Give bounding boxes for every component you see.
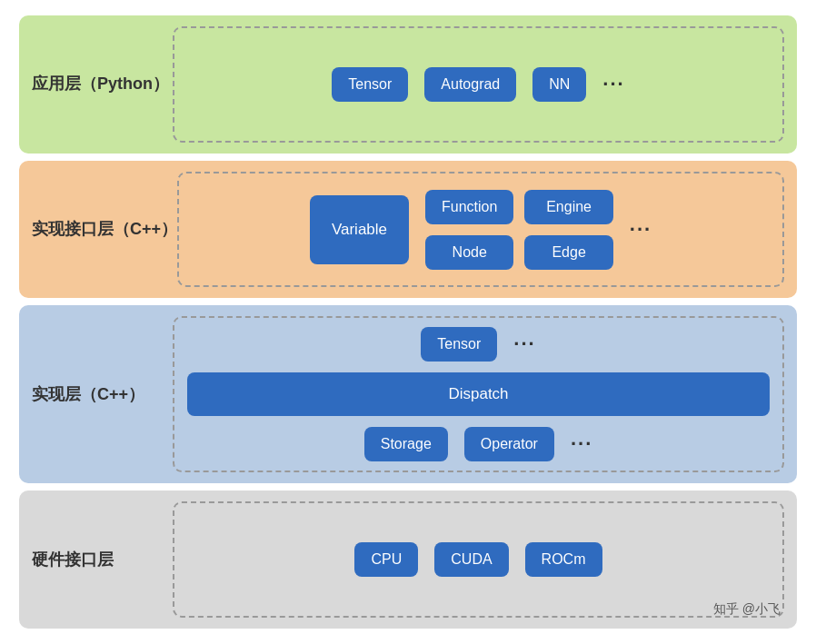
- btn-operator: Operator: [464, 427, 554, 461]
- interface-grid: Function Engine Node Edge: [425, 190, 613, 270]
- layer-app-label: 应用层（Python）: [32, 73, 173, 95]
- layer-hw-label: 硬件接口层: [32, 549, 173, 571]
- btn-cuda: CUDA: [434, 542, 508, 577]
- layer-hw: 硬件接口层 CPU CUDA ROCm 知乎 @小飞: [19, 490, 797, 629]
- layer-interface-label: 实现接口层（C++）: [32, 218, 177, 241]
- layer-interface: 实现接口层（C++） Variable Function Engine Node…: [19, 161, 797, 299]
- impl-bottom-dots: ···: [571, 432, 592, 456]
- impl-dispatch-row: Dispatch: [187, 372, 770, 416]
- btn-storage: Storage: [364, 427, 448, 461]
- btn-rocm: ROCm: [525, 542, 602, 577]
- btn-variable: Variable: [310, 195, 409, 264]
- impl-top-dots: ···: [513, 332, 535, 356]
- interface-dots: ···: [630, 218, 652, 242]
- btn-cpu: CPU: [354, 542, 418, 577]
- btn-autograd: Autograd: [424, 67, 516, 102]
- btn-edge: Edge: [524, 235, 612, 270]
- hw-inner-content: CPU CUDA ROCm: [354, 542, 602, 577]
- btn-node: Node: [425, 235, 513, 270]
- watermark: 知乎 @小飞: [713, 601, 781, 618]
- btn-dispatch: Dispatch: [187, 372, 770, 416]
- layer-impl: 实现层（C++） Tensor ··· Dispatch Storage Ope…: [19, 305, 797, 483]
- layer-interface-inner: Variable Function Engine Node Edge ···: [177, 172, 784, 288]
- btn-tensor: Tensor: [332, 67, 408, 102]
- impl-top-row: Tensor ···: [187, 327, 770, 362]
- btn-nn: NN: [532, 67, 586, 102]
- diagram: 应用层（Python） Tensor Autograd NN ··· 实现接口层…: [8, 6, 808, 638]
- layer-hw-inner: CPU CUDA ROCm: [173, 501, 784, 618]
- btn-function: Function: [425, 190, 513, 224]
- impl-inner-content: Tensor ··· Dispatch Storage Operator ···: [187, 327, 770, 461]
- layer-app-inner: Tensor Autograd NN ···: [173, 26, 784, 143]
- layer-app: 应用层（Python） Tensor Autograd NN ···: [19, 15, 797, 154]
- layer-impl-label: 实现层（C++）: [32, 383, 173, 406]
- layer-impl-inner: Tensor ··· Dispatch Storage Operator ···: [173, 316, 784, 472]
- app-inner-content: Tensor Autograd NN ···: [332, 67, 624, 102]
- impl-bottom-row: Storage Operator ···: [187, 427, 770, 461]
- app-dots: ···: [602, 73, 624, 96]
- interface-inner-content: Variable Function Engine Node Edge ···: [310, 190, 652, 270]
- btn-engine: Engine: [524, 190, 612, 224]
- btn-tensor-impl: Tensor: [421, 327, 497, 362]
